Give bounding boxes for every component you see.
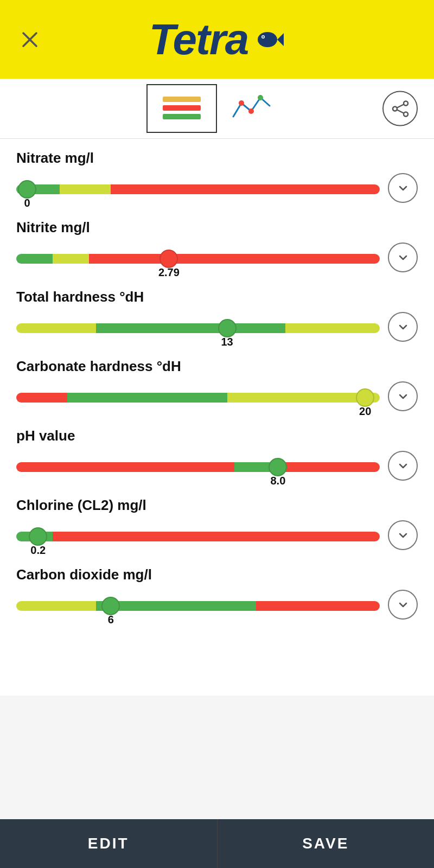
expand-button-carbonate_hardness[interactable] [388,381,418,411]
share-icon [391,99,410,118]
track-chlorine: 0.2 [16,532,380,541]
chevron-down-icon [397,529,410,542]
param-label-carbonate_hardness: Carbonate hardness °dH [16,358,418,375]
param-row-nitrite: 2.79 [16,242,418,272]
thumb-nitrite[interactable] [159,250,178,268]
param-block-nitrite: Nitrite mg/l2.79 [16,219,418,272]
slider-nitrite[interactable]: 2.79 [16,244,380,271]
save-button[interactable]: SAVE [218,819,435,868]
logo: Tetra [149,15,285,65]
edit-button[interactable]: EDIT [0,819,218,868]
param-block-carbonate_hardness: Carbonate hardness °dH20 [16,358,418,411]
chevron-down-icon [397,598,410,611]
param-row-ph: 8.0 [16,451,418,481]
slider-nitrate[interactable]: 0 [16,175,380,202]
param-block-chlorine: Chlorine (CL2) mg/l0.2 [16,497,418,550]
value-chlorine: 0.2 [30,544,46,557]
param-row-carbonate_hardness: 20 [16,381,418,411]
bottom-bar: EDIT SAVE [0,819,434,868]
tab-group [146,84,288,133]
thumb-total_hardness[interactable] [218,319,237,337]
svg-point-13 [393,106,397,111]
graph-view-icon [231,92,274,125]
logo-fish-icon [252,23,285,56]
tab-bar [0,79,434,139]
param-row-nitrate: 0 [16,173,418,203]
svg-rect-8 [163,114,201,119]
chevron-down-icon [397,459,410,473]
expand-button-nitrate[interactable] [388,173,418,203]
svg-point-12 [404,101,408,105]
value-nitrite: 2.79 [158,266,180,279]
value-ph: 8.0 [270,475,285,487]
svg-line-15 [397,104,404,107]
param-label-nitrate: Nitrate mg/l [16,150,418,167]
svg-rect-6 [163,97,201,102]
thumb-carbon_dioxide[interactable] [101,597,120,615]
track-nitrite: 2.79 [16,254,380,264]
value-nitrate: 0 [24,197,30,209]
list-view-icon [160,92,203,125]
svg-point-10 [258,95,263,100]
thumb-ph[interactable] [269,458,287,476]
track-total_hardness: 13 [16,323,380,333]
param-block-carbon_dioxide: Carbon dioxide mg/l6 [16,566,418,620]
value-total_hardness: 13 [221,336,233,348]
logo-text: Tetra [149,15,248,65]
slider-ph[interactable]: 8.0 [16,452,380,480]
thumb-nitrate[interactable] [18,180,36,199]
param-block-total_hardness: Total hardness °dH13 [16,289,418,342]
expand-button-chlorine[interactable] [388,520,418,550]
tab-graph[interactable] [217,84,288,133]
expand-button-carbon_dioxide[interactable] [388,590,418,620]
chevron-down-icon [397,321,410,334]
svg-line-16 [397,110,404,113]
svg-rect-7 [163,105,201,111]
thumb-carbonate_hardness[interactable] [356,388,374,407]
svg-marker-3 [277,33,284,46]
svg-point-5 [263,36,264,37]
track-nitrate: 0 [16,184,380,194]
param-block-ph: pH value8.0 [16,427,418,481]
expand-button-nitrite[interactable] [388,242,418,272]
chevron-down-icon [397,251,410,264]
header: Tetra [0,0,434,79]
param-label-nitrite: Nitrite mg/l [16,219,418,236]
slider-chlorine[interactable]: 0.2 [16,522,380,549]
svg-point-9 [239,100,244,106]
close-button[interactable] [16,26,43,53]
param-row-carbon_dioxide: 6 [16,590,418,620]
svg-point-2 [258,32,277,47]
value-carbon_dioxide: 6 [108,614,114,626]
param-label-ph: pH value [16,427,418,444]
param-row-chlorine: 0.2 [16,520,418,550]
param-label-chlorine: Chlorine (CL2) mg/l [16,497,418,514]
content-area: Nitrate mg/l0Nitrite mg/l2.79Total hardn… [0,139,434,695]
expand-button-ph[interactable] [388,451,418,481]
expand-button-total_hardness[interactable] [388,312,418,342]
param-block-nitrate: Nitrate mg/l0 [16,150,418,203]
track-carbon_dioxide: 6 [16,601,380,611]
param-row-total_hardness: 13 [16,312,418,342]
chevron-down-icon [397,390,410,403]
slider-carbon_dioxide[interactable]: 6 [16,591,380,618]
param-label-carbon_dioxide: Carbon dioxide mg/l [16,566,418,583]
thumb-chlorine[interactable] [29,527,47,546]
svg-point-11 [248,108,254,114]
svg-point-14 [404,112,408,116]
value-carbonate_hardness: 20 [359,405,371,418]
track-carbonate_hardness: 20 [16,393,380,403]
track-ph: 8.0 [16,462,380,472]
chevron-down-icon [397,182,410,195]
param-label-total_hardness: Total hardness °dH [16,289,418,305]
share-button[interactable] [382,91,418,126]
slider-carbonate_hardness[interactable]: 20 [16,383,380,410]
tab-list[interactable] [146,84,217,133]
slider-total_hardness[interactable]: 13 [16,314,380,341]
